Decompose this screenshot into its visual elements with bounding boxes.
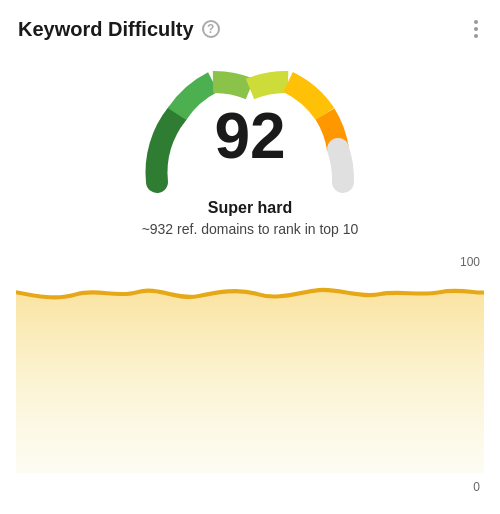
gauge-number: 92 (214, 104, 285, 168)
more-options-button[interactable] (470, 16, 482, 42)
header-left: Keyword Difficulty ? (18, 18, 220, 41)
more-dot-3 (474, 34, 478, 38)
more-dot-1 (474, 20, 478, 24)
gauge-description: ~932 ref. domains to rank in top 10 (142, 221, 359, 237)
gauge-section: 92 Super hard ~932 ref. domains to rank … (18, 52, 482, 237)
gauge-value: 92 (214, 104, 285, 168)
gauge-container: 92 (120, 52, 380, 197)
card-title: Keyword Difficulty (18, 18, 194, 41)
keyword-difficulty-card: Keyword Difficulty ? (0, 0, 500, 514)
gauge-label: Super hard (208, 199, 292, 217)
chart-svg (16, 247, 484, 514)
chart-label-bottom: 0 (473, 480, 480, 494)
chart-label-top: 100 (460, 255, 480, 269)
card-header: Keyword Difficulty ? (18, 16, 482, 42)
help-icon[interactable]: ? (202, 20, 220, 38)
more-dot-2 (474, 27, 478, 31)
chart-section: 100 0 May 2021 Jan 2025 (16, 247, 484, 514)
